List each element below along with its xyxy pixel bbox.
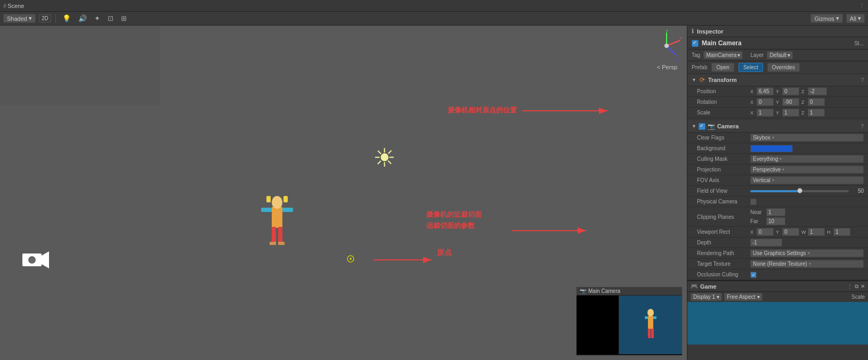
background-color-swatch[interactable] [750,145,793,152]
all-button[interactable]: All ▾ [846,14,865,23]
physical-camera-label: Physical Camera [697,199,750,204]
vp-y-input[interactable] [782,228,799,236]
tag-value: MainCamera [706,52,736,58]
tag-dropdown[interactable]: MainCamera ▾ [703,51,743,59]
fov-value: 50 [851,188,864,194]
gizmos-button[interactable]: Gizmos ▾ [810,14,842,23]
chevron-tag: ▾ [737,52,740,58]
fov-slider-thumb[interactable] [797,188,802,193]
scale-row: Scale X Y Z [687,108,868,118]
2d-button[interactable]: 2D [39,14,51,22]
depth-input[interactable] [750,239,782,247]
target-texture-row: Target Texture None (Render Texture) ▾ [687,259,868,269]
pos-z-field: Z [801,87,827,95]
object-name[interactable]: Main Camera [702,39,851,47]
inspector-icon: ℹ [692,28,694,35]
mini-camera-icon: 📷 [580,288,586,294]
layer-dropdown[interactable]: Default ▾ [767,51,793,59]
far-input[interactable] [766,217,785,225]
svg-point-46 [664,44,669,48]
pos-y-input[interactable] [782,87,799,95]
scene-tab-label[interactable]: Scene [7,3,24,9]
shaded-dropdown[interactable]: Shaded ▾ [3,14,36,23]
rot-x-input[interactable] [757,98,774,106]
all-label: All [850,15,856,22]
layer-value: Default [769,52,786,58]
clear-flags-dropdown[interactable]: Skybox ▾ [750,134,864,142]
camera-scene-icon [22,249,49,275]
projection-label: Projection [697,167,750,173]
gizmos-label: Gizmos [814,15,834,22]
occlusion-culling-checkbox[interactable] [750,272,757,278]
vp-x-input[interactable] [757,228,774,236]
culling-mask-dropdown[interactable]: Everything ▾ [750,155,864,163]
rot-y-input[interactable] [782,98,799,106]
mini-preview-body [577,296,682,354]
object-enabled-checkbox[interactable] [692,40,699,47]
background-label: Background [697,145,750,151]
target-texture-dropdown[interactable]: None (Render Texture) ▾ [750,260,864,268]
chevron-layer: ▾ [788,52,790,58]
clipping-planes-label: Clipping Planes [697,214,750,220]
vp-h-input[interactable] [833,228,850,236]
scale-z-input[interactable] [808,109,825,117]
camera-arrow: ▼ [692,124,696,129]
viewport-gizmo[interactable]: Y X Z [651,30,683,62]
rot-z-input[interactable] [808,98,825,106]
vp-w-input[interactable] [808,228,825,236]
rotation-fields: X Y Z [750,98,864,106]
effects-icon[interactable]: ✦ [92,13,102,23]
scale-x-input[interactable] [757,109,774,117]
prefab-overrides-button[interactable]: Overrides [767,63,800,72]
display-dropdown[interactable]: Display 1 ▾ [691,293,722,301]
game-menu-icon[interactable]: ⋮ [847,283,853,290]
pos-x-input[interactable] [757,87,774,95]
prefab-open-button[interactable]: Open [711,63,734,72]
scale-y-field: Y [776,109,799,117]
transform-section-header[interactable]: ▼ ⟳ Transform ? [687,74,868,86]
vp-x-field: X [750,228,774,236]
audio-icon[interactable]: 🔊 [76,13,89,23]
near-input[interactable] [766,208,785,216]
fov-axis-label: FOV Axis [697,177,750,183]
rendering-path-label: Rendering Path [697,250,750,256]
transform-help[interactable]: ? [861,77,864,83]
main-toolbar: Shaded ▾ 2D 💡 🔊 ✦ ⊡ ⊞ Gizmos ▾ All ▾ [0,12,868,26]
camera-enabled-checkbox[interactable] [699,123,705,130]
position-label: Position [697,88,750,94]
inspector-scroll[interactable]: Main Camera St... Tag MainCamera ▾ Layer… [687,37,868,360]
svg-rect-52 [651,329,654,338]
camera-section-header[interactable]: ▼ 📷 Camera ? [687,120,868,133]
game-expand-icon[interactable]: ⧉ [855,283,858,290]
prefab-select-button[interactable]: Select [739,63,763,72]
scale-y-input[interactable] [782,109,799,117]
pos-y-label: Y [776,89,781,94]
more-icon[interactable]: ⋮ [859,2,865,9]
inspector-title: Inspector [697,28,724,35]
clipping-planes-row: Clipping Planes Near Far [687,207,868,227]
fov-label: Field of View [697,188,750,194]
depth-row: Depth [687,238,868,248]
fov-axis-dropdown[interactable]: Vertical ▾ [750,176,864,184]
pos-z-input[interactable] [808,87,827,95]
projection-dropdown[interactable]: Perspective ▾ [750,166,864,174]
toolbar-separator-1 [55,14,56,23]
physical-camera-checkbox[interactable] [750,199,757,205]
projection-value: Perspective [753,167,781,173]
scale-label: Scale [697,110,750,116]
fov-slider-track[interactable] [750,190,849,192]
rendering-path-dropdown[interactable]: Use Graphics Settings ▾ [750,249,864,257]
aspect-dropdown[interactable]: Free Aspect ▾ [724,293,762,301]
rendering-path-row: Rendering Path Use Graphics Settings ▾ [687,248,868,259]
svg-rect-23 [266,196,271,202]
game-close-icon[interactable]: ✕ [861,283,865,290]
scene-icon[interactable]: ⊡ [106,13,116,23]
viewport-rect-fields: X Y W H [750,228,850,236]
camera-help[interactable]: ? [861,124,864,129]
scene-viewport[interactable]: ☀ [0,26,687,360]
grid-icon[interactable]: ⊞ [119,13,129,23]
svg-rect-30 [278,242,285,245]
near-row: Near [750,208,864,216]
light-icon[interactable]: 💡 [60,13,73,23]
game-icon: 🎮 [691,283,698,290]
